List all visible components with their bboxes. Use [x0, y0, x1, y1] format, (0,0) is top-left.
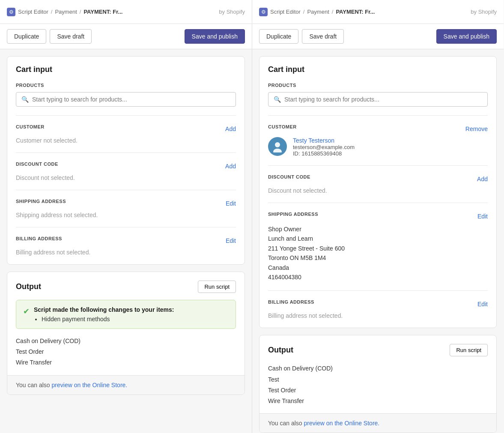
- output-title-left: Output: [16, 282, 41, 291]
- toolbar-left: Duplicate Save draft Save and publish: [0, 24, 252, 49]
- success-content-left: Script made the following changes to you…: [34, 306, 174, 323]
- shipping-edit-button-right[interactable]: Edit: [477, 213, 488, 220]
- customer-id-right: ID: 1615885369408: [293, 150, 488, 157]
- sep1: /: [51, 9, 53, 15]
- billing-section-left: BILLING ADDRESS Edit Billing address not…: [16, 236, 236, 256]
- customer-row-right: Testy Testerson testerson@example.com ID…: [268, 137, 488, 157]
- payment-methods-left: Cash on Delivery (COD) Test Order Wire T…: [16, 336, 236, 368]
- gear-icon-right: ⚙: [259, 8, 268, 16]
- address-line-1: Shop Owner: [268, 224, 488, 234]
- shipping-section-left: SHIPPING ADDRESS Edit Shipping address n…: [16, 199, 236, 227]
- preview-link-left[interactable]: preview on the Online Store.: [52, 382, 128, 388]
- cart-input-card-right: Cart input PRODUCTS 🔍 CUSTOMER Remove: [259, 56, 497, 328]
- billing-edit-button-left[interactable]: Edit: [226, 237, 236, 244]
- shipping-section-right: SHIPPING ADDRESS Edit Shop Owner Lunch a…: [268, 212, 488, 291]
- shipping-edit-button-left[interactable]: Edit: [226, 200, 236, 207]
- check-icon-left: ✔: [23, 307, 30, 316]
- pm-wire-right: Wire Transfer: [268, 396, 488, 406]
- shipping-empty-left: Shipping address not selected.: [16, 212, 236, 218]
- sep1-right: /: [303, 9, 305, 15]
- customer-remove-button-right[interactable]: Remove: [465, 125, 488, 132]
- payment-methods-right: Cash on Delivery (COD) Test Test Order W…: [268, 363, 488, 406]
- preview-link-right[interactable]: preview on the Online Store.: [304, 420, 380, 427]
- customer-email-right: testerson@example.com: [293, 144, 488, 150]
- pm-cod-right: Cash on Delivery (COD): [268, 363, 488, 374]
- breadcrumb-script-editor: Script Editor: [18, 9, 48, 15]
- sep2-right: /: [332, 9, 334, 15]
- address-line-3: 211 Yonge Street - Suite 600: [268, 244, 488, 253]
- save-draft-button-right[interactable]: Save draft: [302, 29, 344, 44]
- discount-empty-left: Discount not selected.: [16, 174, 236, 181]
- discount-section-right: DISCOUNT CODE Add Discount not selected.: [268, 174, 488, 203]
- breadcrumb-right: ⚙ Script Editor / Payment / PAYMENT: Fr.…: [259, 8, 375, 16]
- by-shopify-right: by Shopify: [471, 9, 497, 15]
- save-publish-button-left[interactable]: Save and publish: [185, 29, 245, 44]
- products-section-right: PRODUCTS 🔍: [268, 83, 488, 116]
- customer-info-right: Testy Testerson testerson@example.com ID…: [293, 137, 488, 157]
- output-card-left: Output Run script ✔ Script made the foll…: [7, 272, 245, 395]
- breadcrumb-payment-right: Payment: [307, 9, 329, 15]
- products-search-box-left[interactable]: 🔍: [16, 92, 236, 107]
- pm-wire-left: Wire Transfer: [16, 357, 236, 368]
- breadcrumb-script-editor-right: Script Editor: [270, 9, 301, 15]
- shipping-address-lines-right: Shop Owner Lunch and Learn 211 Yonge Str…: [268, 224, 488, 282]
- customer-empty-left: Customer not selected.: [16, 137, 236, 144]
- success-list-left: Hidden payment methods: [42, 316, 174, 323]
- search-icon-left: 🔍: [21, 96, 29, 103]
- products-label-right: PRODUCTS: [268, 83, 488, 88]
- pm-test-order-right: Test Order: [268, 385, 488, 396]
- customer-label-left: CUSTOMER: [16, 124, 45, 129]
- billing-edit-button-right[interactable]: Edit: [477, 301, 488, 308]
- shipping-label-left: SHIPPING ADDRESS: [16, 199, 66, 204]
- customer-label-right: CUSTOMER: [268, 124, 297, 129]
- address-line-4: Toronto ON M5B 1M4: [268, 253, 488, 263]
- output-header-right: Output Run script: [268, 344, 488, 356]
- billing-label-left: BILLING ADDRESS: [16, 236, 62, 241]
- shipping-label-right: SHIPPING ADDRESS: [268, 212, 318, 217]
- pm-cod-left: Cash on Delivery (COD): [16, 336, 236, 346]
- preview-text-right: You can also: [268, 420, 304, 427]
- save-publish-button-right[interactable]: Save and publish: [436, 29, 497, 44]
- gear-icon: ⚙: [7, 8, 15, 16]
- discount-add-button-left[interactable]: Add: [225, 163, 236, 170]
- discount-header-left: DISCOUNT CODE Add: [16, 161, 236, 171]
- discount-add-button-right[interactable]: Add: [477, 176, 488, 182]
- script-name-left: PAYMENT: Fr...: [84, 9, 122, 15]
- duplicate-button-left[interactable]: Duplicate: [7, 29, 46, 44]
- customer-header-left: CUSTOMER Add: [16, 124, 236, 134]
- cart-input-title-left: Cart input: [16, 65, 236, 74]
- run-script-button-right[interactable]: Run script: [450, 344, 488, 356]
- shipping-header-left: SHIPPING ADDRESS Edit: [16, 199, 236, 208]
- cart-input-card-left: Cart input PRODUCTS 🔍 CUSTOMER Add Custo…: [7, 56, 245, 265]
- address-line-2: Lunch and Learn: [268, 234, 488, 243]
- output-title-right: Output: [268, 346, 293, 355]
- avatar-svg-right: [271, 140, 283, 152]
- products-search-input-right[interactable]: [284, 96, 482, 103]
- breadcrumb-payment: Payment: [55, 9, 77, 15]
- content-left: Cart input PRODUCTS 🔍 CUSTOMER Add Custo…: [0, 49, 252, 433]
- customer-name-right: Testy Testerson: [293, 137, 488, 144]
- save-draft-button-left[interactable]: Save draft: [50, 29, 92, 44]
- products-search-box-right[interactable]: 🔍: [268, 92, 488, 107]
- discount-section-left: DISCOUNT CODE Add Discount not selected.: [16, 161, 236, 190]
- billing-empty-right: Billing address not selected.: [268, 312, 488, 319]
- billing-header-left: BILLING ADDRESS Edit: [16, 236, 236, 245]
- customer-add-button-left[interactable]: Add: [225, 125, 236, 132]
- preview-section-right: You can also preview on the Online Store…: [259, 413, 496, 433]
- preview-text-left: You can also: [16, 382, 52, 388]
- customer-header-right: CUSTOMER Remove: [268, 124, 488, 134]
- duplicate-button-right[interactable]: Duplicate: [259, 29, 298, 44]
- sep2: /: [80, 9, 81, 15]
- run-script-button-left[interactable]: Run script: [198, 281, 236, 293]
- preview-section-left: You can also preview on the Online Store…: [7, 375, 245, 394]
- script-name-right: PAYMENT: Fr...: [336, 9, 375, 15]
- success-item-1-left: Hidden payment methods: [42, 316, 174, 323]
- products-label-left: PRODUCTS: [16, 83, 236, 88]
- products-search-input-left[interactable]: [32, 96, 230, 103]
- pm-test-order-left: Test Order: [16, 346, 236, 357]
- topbar-left: ⚙ Script Editor / Payment / PAYMENT: Fr.…: [0, 0, 252, 24]
- discount-header-right: DISCOUNT CODE Add: [268, 174, 488, 184]
- cart-input-title-right: Cart input: [268, 65, 488, 74]
- products-section-left: PRODUCTS 🔍: [16, 83, 236, 116]
- billing-header-right: BILLING ADDRESS Edit: [268, 299, 488, 309]
